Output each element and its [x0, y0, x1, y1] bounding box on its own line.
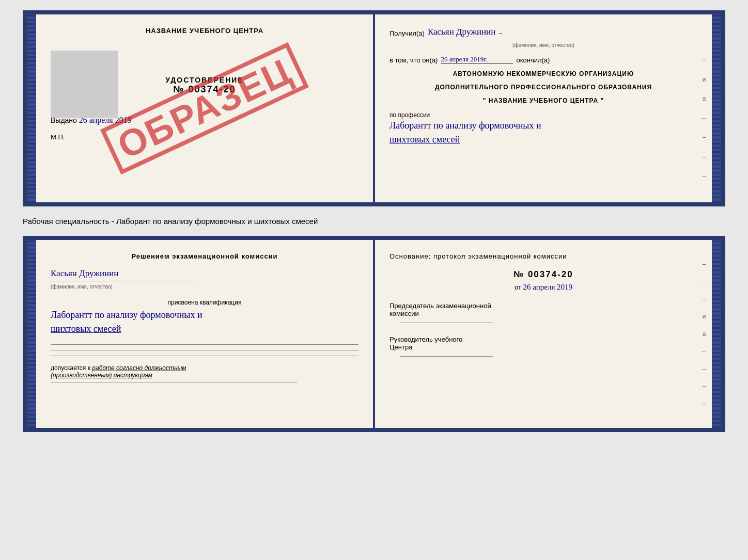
completed-label: окончил(а) — [516, 56, 550, 64]
received-label: Получил(а) — [389, 29, 425, 37]
completed-date: 26 апреля 2019г. — [441, 55, 513, 64]
received-line: Получил(а) Касьян Дружинин – — [389, 27, 697, 37]
dash-separator: – — [498, 29, 502, 37]
bottom-document: Решением экзаменационной комиссии Касьян… — [23, 236, 725, 432]
org-line2: ДОПОЛНИТЕЛЬНОГО ПРОФЕССИОНАЛЬНОГО ОБРАЗО… — [389, 84, 697, 91]
document-container: НАЗВАНИЕ УЧЕБНОГО ЦЕНТРА УДОСТОВЕРЕНИЕ №… — [23, 10, 725, 432]
chairman-block: Председатель экзаменационной комиссии — [389, 302, 697, 323]
in-that-label: в том, что он(а) — [389, 56, 438, 64]
bottom-left-panel: Решением экзаменационной комиссии Касьян… — [36, 240, 375, 428]
cert-photo-placeholder — [51, 51, 118, 118]
spine-left — [27, 14, 36, 202]
dopusk-underline — [51, 382, 297, 382]
obrazec-stamp: ОБРАЗЕЦ — [100, 42, 309, 175]
chair-title: Председатель экзаменационной комиссии — [389, 302, 697, 317]
signature-lines — [51, 344, 359, 356]
dopusk-work: работе согласно должностным — [92, 364, 186, 372]
bottom-right-binding-marks: – – – и а ← – – – — [696, 240, 712, 428]
bottom-name: Касьян Дружинин — [51, 268, 359, 279]
cert-mp: М.П. — [51, 133, 359, 141]
head-block: Руководитель учебного Центра — [389, 335, 697, 357]
qual-text2: шихтовых смесей — [51, 322, 359, 336]
bottom-right-panel: Основание: протокол экзаменационной коми… — [375, 240, 712, 428]
dopusk-text: допускается к работе согласно должностны… — [51, 364, 359, 379]
org-name: " НАЗВАНИЕ УЧЕБНОГО ЦЕНТРА " — [389, 97, 697, 104]
bottom-spine-right — [712, 240, 721, 428]
sig-line-1 — [51, 344, 359, 345]
dopusk-label: допускается к — [51, 364, 90, 372]
spine-right — [712, 14, 721, 202]
commission-decision-title: Решением экзаменационной комиссии — [51, 252, 359, 260]
right-binding-marks: – – и а ← – – – — [696, 14, 712, 202]
profession-label: по профессии — [389, 111, 697, 119]
name-underline — [51, 281, 195, 281]
protocol-number: № 00374-20 — [389, 269, 697, 280]
from-date: от 26 апреля 2019 — [389, 283, 697, 292]
from-label: от — [515, 283, 521, 291]
certificate-left-panel: НАЗВАНИЕ УЧЕБНОГО ЦЕНТРА УДОСТОВЕРЕНИЕ №… — [36, 14, 375, 202]
name-subtitle: (фамилия, имя, отчество) — [389, 42, 697, 48]
certificate-right-panel: Получил(а) Касьян Дружинин – (фамилия, и… — [375, 14, 712, 202]
bottom-spine-left — [27, 240, 36, 428]
completed-line: в том, что он(а) 26 апреля 2019г. окончи… — [389, 55, 697, 64]
basis-title: Основание: протокол экзаменационной коми… — [389, 252, 697, 260]
chair-sign-line — [400, 323, 493, 323]
sig-line-2 — [51, 350, 359, 350]
qual-label: присвоена квалификация — [51, 299, 359, 306]
received-name: Касьян Дружинин — [428, 27, 495, 37]
cert-school-title: НАЗВАНИЕ УЧЕБНОГО ЦЕНТРА — [51, 27, 359, 35]
profession-text2: шихтовых смесей — [389, 133, 697, 147]
head-sign-line — [400, 356, 493, 357]
from-date-value: 26 апреля 2019 — [523, 283, 573, 291]
profession-text: Лаборантт по анализу формовочных и — [389, 119, 697, 133]
top-document: НАЗВАНИЕ УЧЕБНОГО ЦЕНТРА УДОСТОВЕРЕНИЕ №… — [23, 10, 725, 206]
middle-specialty-label: Рабочая специальность - Лаборант по анал… — [23, 215, 725, 228]
sig-line-3 — [51, 356, 359, 356]
dopusk-work2: (производственным) инструкциям — [51, 372, 152, 379]
name-subtitle-bottom: (фамилия, имя, отчество) — [51, 284, 113, 290]
head-title: Руководитель учебного Центра — [389, 335, 697, 351]
cert-number: № 00374-20 — [173, 84, 236, 94]
org-line1: АВТОНОМНУЮ НЕКОММЕРЧЕСКУЮ ОРГАНИЗАЦИЮ — [389, 70, 697, 77]
qual-text: Лаборантт по анализу формовочных и — [51, 308, 359, 322]
